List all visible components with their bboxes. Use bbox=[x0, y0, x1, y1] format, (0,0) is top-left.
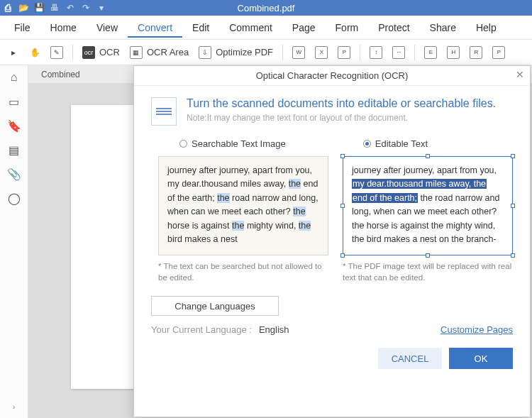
preview-editable-box: journey after journey, apart from you, m… bbox=[343, 156, 513, 255]
undo-icon[interactable]: ↶ bbox=[64, 1, 77, 14]
current-language-label: Your Current Language : bbox=[151, 324, 252, 335]
option-searchable-label: Searchable Text Image bbox=[192, 138, 286, 149]
optimize-pdf-button[interactable]: ⇩Optimize PDF bbox=[195, 43, 277, 62]
dialog-buttons: CANCEL OK bbox=[151, 348, 513, 369]
ocr-area-label: OCR Area bbox=[147, 47, 189, 57]
radio-icon bbox=[179, 140, 187, 148]
menu-help[interactable]: Help bbox=[466, 18, 506, 38]
open-icon[interactable]: 📂 bbox=[17, 1, 30, 14]
dialog-body: Turn the scanned documents into editable… bbox=[134, 86, 530, 417]
bookmark-icon[interactable]: 🔖 bbox=[6, 118, 22, 133]
language-section: Change Languages Your Current Language :… bbox=[151, 296, 513, 335]
option-editable-label: Editable Text bbox=[375, 138, 428, 149]
menu-share[interactable]: Share bbox=[420, 18, 466, 38]
sidebar: ⌂ ▭ 🔖 ▤ 📎 ◯ › bbox=[0, 65, 28, 418]
collapse-sidebar-icon[interactable]: › bbox=[13, 402, 16, 411]
to-word-button[interactable]: W bbox=[289, 43, 309, 62]
to-excel-button[interactable]: X bbox=[311, 43, 331, 62]
redo-icon[interactable]: ↷ bbox=[79, 1, 92, 14]
to-pdfa-button[interactable]: P bbox=[489, 43, 509, 62]
close-icon[interactable]: ✕ bbox=[516, 69, 524, 80]
change-languages-button[interactable]: Change Languages bbox=[151, 296, 279, 316]
toolbar-sep bbox=[282, 45, 283, 60]
menu-edit[interactable]: Edit bbox=[182, 18, 219, 38]
ocr-button[interactable]: ocrOCR bbox=[79, 43, 123, 62]
document-title: Combined.pdf bbox=[238, 3, 295, 13]
to-rtf-button[interactable]: R bbox=[466, 43, 486, 62]
toolbar-sep bbox=[414, 45, 415, 60]
print-icon[interactable]: 🖶 bbox=[48, 1, 61, 14]
ocr-label: OCR bbox=[99, 47, 120, 57]
dialog-note: Note:It may change the text font or layo… bbox=[187, 113, 513, 123]
toolbar-sep bbox=[360, 45, 360, 60]
dialog-titlebar: Optical Character Recognition (OCR) ✕ bbox=[134, 66, 530, 86]
to-epub-button[interactable]: E bbox=[421, 43, 440, 62]
menu-convert[interactable]: Convert bbox=[128, 18, 182, 38]
attachments-icon[interactable]: 📎 bbox=[6, 166, 22, 182]
menu-page[interactable]: Page bbox=[282, 18, 326, 38]
dialog-title: Optical Character Recognition (OCR) bbox=[256, 70, 409, 81]
save-icon[interactable]: 💾 bbox=[33, 1, 45, 14]
batch-b-button[interactable]: ↔ bbox=[389, 43, 409, 62]
preview-searchable: journey after journey, apart from you, m… bbox=[158, 156, 328, 283]
toolbar-sep bbox=[72, 45, 73, 60]
hand-tool[interactable]: ✋ bbox=[26, 43, 44, 62]
preview-editable-caption: * The PDF image text will be replaced wi… bbox=[343, 261, 513, 283]
edit-tool[interactable]: ✎ bbox=[47, 43, 67, 62]
app-logo-icon: ⎙ bbox=[0, 0, 16, 16]
document-ocr-icon bbox=[151, 97, 177, 126]
option-editable[interactable]: Editable Text bbox=[363, 138, 428, 149]
ocr-dialog: Optical Character Recognition (OCR) ✕ Tu… bbox=[133, 65, 531, 417]
optimize-label: Optimize PDF bbox=[216, 47, 273, 57]
preview-searchable-caption: * The text can be searched but not allow… bbox=[158, 261, 328, 283]
menu-form[interactable]: Form bbox=[326, 18, 369, 38]
to-ppt-button[interactable]: P bbox=[334, 43, 354, 62]
customize-pages-link[interactable]: Customize Pages bbox=[440, 324, 513, 335]
previews: journey after journey, apart from you, m… bbox=[151, 156, 513, 283]
home-icon[interactable]: ⌂ bbox=[6, 70, 22, 85]
comments-icon[interactable]: ▤ bbox=[6, 142, 22, 158]
ok-button[interactable]: OK bbox=[449, 348, 513, 369]
current-language-value: English bbox=[259, 324, 289, 335]
ocr-options: Searchable Text Image Editable Text bbox=[151, 136, 513, 156]
radio-icon bbox=[363, 140, 371, 148]
to-html-button[interactable]: H bbox=[443, 43, 463, 62]
batch-a-button[interactable]: ↕ bbox=[366, 43, 386, 62]
menu-protect[interactable]: Protect bbox=[368, 18, 419, 38]
preview-searchable-box: journey after journey, apart from you, m… bbox=[158, 156, 328, 255]
fields-icon[interactable]: ◯ bbox=[6, 190, 22, 206]
select-tool[interactable]: ▸ bbox=[4, 43, 23, 62]
preview-editable: journey after journey, apart from you, m… bbox=[343, 156, 513, 283]
titlebar: ⎙ 📂 💾 🖶 ↶ ↷ ▾ Combined.pdf bbox=[0, 0, 532, 16]
dialog-headline: Turn the scanned documents into editable… bbox=[187, 97, 513, 110]
menu-file[interactable]: File bbox=[4, 18, 40, 38]
option-searchable[interactable]: Searchable Text Image bbox=[179, 138, 286, 149]
cancel-button[interactable]: CANCEL bbox=[378, 348, 442, 369]
ocr-area-button[interactable]: ▦OCR Area bbox=[126, 43, 192, 62]
menu-comment[interactable]: Comment bbox=[219, 18, 282, 38]
menu-home[interactable]: Home bbox=[40, 18, 87, 38]
qat-dropdown-icon[interactable]: ▾ bbox=[95, 1, 108, 14]
toolbar: ▸ ✋ ✎ ocrOCR ▦OCR Area ⇩Optimize PDF W X… bbox=[0, 40, 532, 65]
menubar: File Home View Convert Edit Comment Page… bbox=[0, 16, 532, 40]
menu-view[interactable]: View bbox=[87, 18, 128, 38]
document-tab[interactable]: Combined bbox=[31, 65, 90, 84]
thumbnails-icon[interactable]: ▭ bbox=[6, 94, 22, 109]
quick-access: 📂 💾 🖶 ↶ ↷ ▾ bbox=[17, 1, 108, 14]
